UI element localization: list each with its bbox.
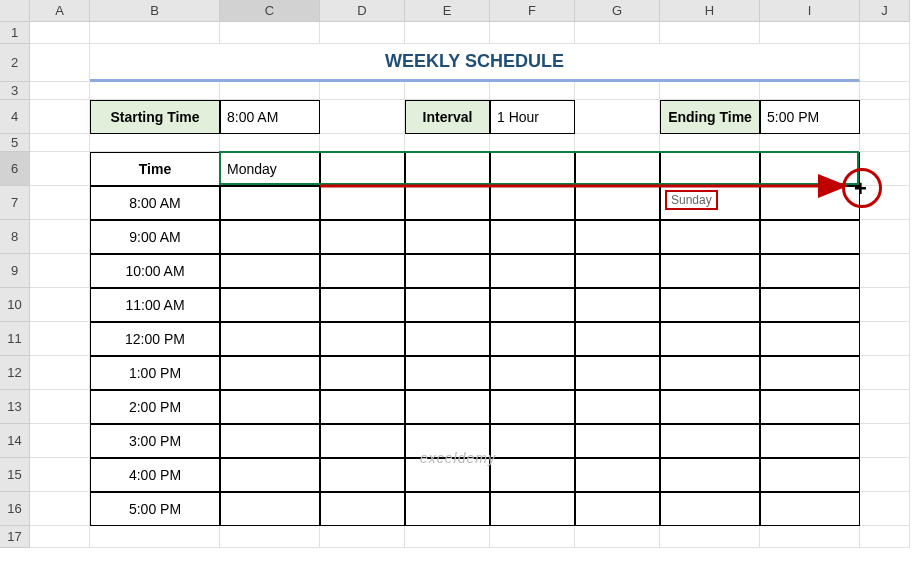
row-header-12[interactable]: 12: [0, 356, 30, 390]
cell-D7[interactable]: [320, 186, 405, 220]
cell-F16[interactable]: [490, 492, 575, 526]
cell-I16[interactable]: [760, 492, 860, 526]
cell-J7[interactable]: [860, 186, 910, 220]
select-all-corner[interactable]: [0, 0, 30, 22]
cell-H3[interactable]: [660, 82, 760, 100]
cell-B5[interactable]: [90, 134, 220, 152]
cell-F5[interactable]: [490, 134, 575, 152]
cell-I13[interactable]: [760, 390, 860, 424]
cell-H5[interactable]: [660, 134, 760, 152]
cell-H11[interactable]: [660, 322, 760, 356]
cell-G10[interactable]: [575, 288, 660, 322]
cell-E7[interactable]: [405, 186, 490, 220]
cell-G9[interactable]: [575, 254, 660, 288]
cell-J2[interactable]: [860, 44, 910, 82]
cell-G4[interactable]: [575, 100, 660, 134]
cell-I11[interactable]: [760, 322, 860, 356]
cell-I3[interactable]: [760, 82, 860, 100]
cell-J15[interactable]: [860, 458, 910, 492]
row-header-1[interactable]: 1: [0, 22, 30, 44]
cell-G14[interactable]: [575, 424, 660, 458]
cell-F11[interactable]: [490, 322, 575, 356]
time-12[interactable]: 1:00 PM: [90, 356, 220, 390]
cell-J14[interactable]: [860, 424, 910, 458]
cell-J11[interactable]: [860, 322, 910, 356]
time-13[interactable]: 2:00 PM: [90, 390, 220, 424]
row-header-17[interactable]: 17: [0, 526, 30, 548]
cell-D5[interactable]: [320, 134, 405, 152]
cell-D14[interactable]: [320, 424, 405, 458]
cell-A17[interactable]: [30, 526, 90, 548]
col-header-F[interactable]: F: [490, 0, 575, 22]
col-header-G[interactable]: G: [575, 0, 660, 22]
cell-F7[interactable]: [490, 186, 575, 220]
cell-A16[interactable]: [30, 492, 90, 526]
cell-F9[interactable]: [490, 254, 575, 288]
cell-G16[interactable]: [575, 492, 660, 526]
col-header-C[interactable]: C: [220, 0, 320, 22]
cell-A11[interactable]: [30, 322, 90, 356]
col-header-E[interactable]: E: [405, 0, 490, 22]
col-header-B[interactable]: B: [90, 0, 220, 22]
cell-H16[interactable]: [660, 492, 760, 526]
cell-E1[interactable]: [405, 22, 490, 44]
cell-I10[interactable]: [760, 288, 860, 322]
cell-C17[interactable]: [220, 526, 320, 548]
cell-D11[interactable]: [320, 322, 405, 356]
row-header-5[interactable]: 5: [0, 134, 30, 152]
cell-G15[interactable]: [575, 458, 660, 492]
cell-E6[interactable]: [405, 152, 490, 186]
time-16[interactable]: 5:00 PM: [90, 492, 220, 526]
row-header-10[interactable]: 10: [0, 288, 30, 322]
cell-I7[interactable]: [760, 186, 860, 220]
cell-J4[interactable]: [860, 100, 910, 134]
cell-C5[interactable]: [220, 134, 320, 152]
row-header-9[interactable]: 9: [0, 254, 30, 288]
cell-I14[interactable]: [760, 424, 860, 458]
cell-A2[interactable]: [30, 44, 90, 82]
col-header-J[interactable]: J: [860, 0, 910, 22]
cell-G1[interactable]: [575, 22, 660, 44]
cell-F13[interactable]: [490, 390, 575, 424]
cell-C10[interactable]: [220, 288, 320, 322]
cell-F1[interactable]: [490, 22, 575, 44]
cell-H10[interactable]: [660, 288, 760, 322]
cell-C7[interactable]: [220, 186, 320, 220]
time-11[interactable]: 12:00 PM: [90, 322, 220, 356]
cell-J9[interactable]: [860, 254, 910, 288]
cell-A3[interactable]: [30, 82, 90, 100]
cell-J8[interactable]: [860, 220, 910, 254]
cell-E12[interactable]: [405, 356, 490, 390]
row-header-15[interactable]: 15: [0, 458, 30, 492]
cell-C9[interactable]: [220, 254, 320, 288]
cell-D12[interactable]: [320, 356, 405, 390]
cell-C16[interactable]: [220, 492, 320, 526]
time-14[interactable]: 3:00 PM: [90, 424, 220, 458]
time-15[interactable]: 4:00 PM: [90, 458, 220, 492]
cell-A12[interactable]: [30, 356, 90, 390]
time-8[interactable]: 9:00 AM: [90, 220, 220, 254]
row-header-13[interactable]: 13: [0, 390, 30, 424]
cell-G7[interactable]: [575, 186, 660, 220]
cell-H9[interactable]: [660, 254, 760, 288]
cell-H12[interactable]: [660, 356, 760, 390]
cell-E16[interactable]: [405, 492, 490, 526]
cell-G5[interactable]: [575, 134, 660, 152]
cell-C1[interactable]: [220, 22, 320, 44]
cell-I8[interactable]: [760, 220, 860, 254]
cell-I9[interactable]: [760, 254, 860, 288]
cell-H15[interactable]: [660, 458, 760, 492]
cell-A7[interactable]: [30, 186, 90, 220]
col-header-D[interactable]: D: [320, 0, 405, 22]
row-header-4[interactable]: 4: [0, 100, 30, 134]
cell-H14[interactable]: [660, 424, 760, 458]
cell-J6[interactable]: [860, 152, 910, 186]
cell-G13[interactable]: [575, 390, 660, 424]
cell-E10[interactable]: [405, 288, 490, 322]
interval-value[interactable]: 1 Hour: [490, 100, 575, 134]
cell-D6[interactable]: [320, 152, 405, 186]
cell-C14[interactable]: [220, 424, 320, 458]
cell-I15[interactable]: [760, 458, 860, 492]
col-header-I[interactable]: I: [760, 0, 860, 22]
cell-J3[interactable]: [860, 82, 910, 100]
